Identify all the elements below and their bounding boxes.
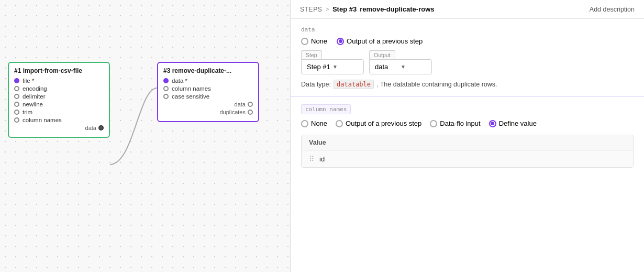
- colnames-output-radio[interactable]: [336, 120, 343, 127]
- port-dot-duplicates: [248, 110, 253, 115]
- data-none-option[interactable]: None: [301, 37, 327, 45]
- breadcrumb-step-name: remove-duplicate-rows: [360, 5, 434, 13]
- datatype-suffix: . The datatable containing duplicate row…: [376, 81, 497, 88]
- node2-duplicates-label: duplicates: [219, 109, 246, 115]
- node2-port-data-out: data: [163, 101, 253, 107]
- right-panel: STEPS > Step #3 remove-duplicate-rows Ad…: [291, 0, 644, 272]
- port-label-delimiter: delimiter: [23, 93, 45, 100]
- breadcrumb-chevron: >: [325, 5, 329, 13]
- node-remove-duplicates[interactable]: #3 remove-duplicate-... data * column na…: [157, 62, 259, 122]
- port-dot-newline: [14, 102, 19, 107]
- value-table: Value ⠿ id: [301, 135, 634, 168]
- output-dropdown-value: data: [375, 63, 401, 71]
- node1-port-data-out: data: [14, 125, 104, 131]
- port-label-data-in: data *: [172, 78, 187, 84]
- node1-data-right: data: [85, 125, 107, 131]
- node-import-csv[interactable]: #1 import-from-csv-file file * encoding …: [8, 62, 110, 138]
- step-dropdown-arrow: ▼: [332, 64, 358, 70]
- port-label-trim: trim: [23, 109, 32, 115]
- datatype-prefix: Data type:: [301, 81, 331, 88]
- node1-port-trim: trim: [14, 109, 104, 115]
- node1-port-delimiter: delimiter: [14, 93, 104, 100]
- step-dropdown-value: Step #1: [307, 63, 332, 71]
- data-none-radio[interactable]: [301, 38, 308, 45]
- port-dot-colnames: [14, 117, 19, 123]
- port-label-colnames: column names: [23, 117, 62, 123]
- colnames-none-option[interactable]: None: [301, 119, 327, 127]
- port-label-n2-colnames: column names: [172, 85, 211, 92]
- data-output-radio[interactable]: [337, 38, 344, 45]
- port-dot-trim: [14, 110, 19, 115]
- breadcrumb-step-number: Step #3: [332, 5, 357, 13]
- node2-title: #3 remove-duplicate-...: [163, 67, 253, 74]
- data-input-section: data None Output of a previous step Step…: [291, 19, 644, 97]
- step-dropdown[interactable]: Step #1 ▼: [301, 59, 364, 74]
- colnames-dataflo-label: Data-flo input: [440, 119, 480, 127]
- step-dropdown-label: Step: [301, 50, 322, 59]
- port-dot-n2-data-out: [248, 102, 253, 107]
- port-dot-delimiter: [14, 94, 19, 99]
- column-names-tag-wrapper: column names: [301, 104, 634, 119]
- datatype-code: datatable: [334, 80, 374, 89]
- port-dot-data-out: [98, 125, 104, 130]
- breadcrumb: STEPS > Step #3 remove-duplicate-rows Ad…: [291, 0, 644, 19]
- data-dropdowns: Step Step #1 ▼ Output data ▼: [301, 50, 634, 74]
- node2-port-colnames: column names: [163, 85, 253, 92]
- output-dropdown-arrow: ▼: [401, 64, 426, 70]
- data-radio-group: None Output of a previous step: [301, 37, 634, 45]
- flow-canvas: #1 import-from-csv-file file * encoding …: [0, 0, 291, 272]
- data-output-label: Output of a previous step: [347, 37, 423, 45]
- port-dot-data-in: [163, 78, 169, 83]
- add-description-link[interactable]: Add description: [590, 6, 635, 13]
- port-label-newline: newline: [23, 101, 43, 107]
- column-names-section: column names None Output of a previous s…: [291, 97, 644, 175]
- colnames-define-label: Define value: [499, 119, 537, 127]
- node2-data-out-label: data: [235, 101, 246, 107]
- port-label-file: file *: [23, 78, 34, 84]
- colnames-output-label: Output of a previous step: [346, 119, 421, 127]
- colnames-output-option[interactable]: Output of a previous step: [336, 119, 421, 127]
- output-dropdown-label: Output: [369, 50, 395, 59]
- colnames-dataflo-radio[interactable]: [430, 120, 437, 127]
- node1-data-out-label: data: [85, 125, 96, 131]
- datatype-line: Data type: datatable . The datatable con…: [301, 80, 634, 89]
- node2-port-data: data *: [163, 78, 253, 84]
- node1-title: #1 import-from-csv-file: [14, 67, 104, 74]
- output-dropdown[interactable]: data ▼: [369, 59, 432, 74]
- colnames-none-label: None: [311, 119, 327, 127]
- node1-port-file: file *: [14, 78, 104, 84]
- value-cell-id: id: [319, 155, 325, 163]
- colnames-dataflo-option[interactable]: Data-flo input: [430, 119, 480, 127]
- output-dropdown-wrapper: Output data ▼: [369, 50, 432, 74]
- node1-port-newline: newline: [14, 101, 104, 107]
- port-label-encoding: encoding: [23, 85, 47, 92]
- node2-duplicates-right: duplicates: [219, 109, 256, 115]
- colnames-define-radio[interactable]: [489, 120, 496, 127]
- port-label-casesensitive: case sensitive: [172, 93, 209, 100]
- drag-handle-icon[interactable]: ⠿: [309, 155, 314, 163]
- port-dot-encoding: [14, 86, 19, 91]
- value-table-header: Value: [302, 135, 633, 150]
- colnames-none-radio[interactable]: [301, 120, 308, 127]
- breadcrumb-steps: STEPS: [300, 6, 322, 13]
- column-names-radio-group: None Output of a previous step Data-flo …: [301, 119, 634, 127]
- column-names-tag: column names: [301, 104, 351, 114]
- port-dot-casesensitive: [163, 94, 169, 99]
- node1-port-encoding: encoding: [14, 85, 104, 92]
- step-dropdown-wrapper: Step Step #1 ▼: [301, 50, 364, 74]
- node1-port-colnames: column names: [14, 117, 104, 123]
- colnames-define-option[interactable]: Define value: [489, 119, 537, 127]
- node2-port-duplicates: duplicates: [163, 109, 253, 115]
- data-none-label: None: [311, 37, 327, 45]
- node2-port-casesensitive: case sensitive: [163, 93, 253, 100]
- port-dot-n2-colnames: [163, 86, 169, 91]
- node2-data-right: data: [235, 101, 256, 107]
- port-dot-file: [14, 78, 19, 83]
- table-row[interactable]: ⠿ id: [302, 150, 633, 167]
- data-section-tag: data: [301, 26, 634, 33]
- data-output-option[interactable]: Output of a previous step: [337, 37, 423, 45]
